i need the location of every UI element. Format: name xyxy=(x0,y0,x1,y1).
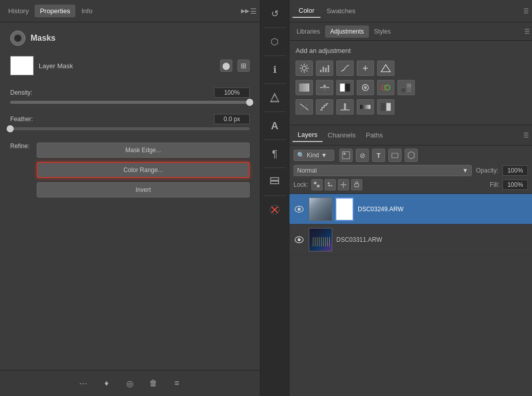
toolbar-arrange-btn[interactable] xyxy=(263,170,286,193)
toolbar-3d-btn[interactable]: ⬡ xyxy=(263,30,286,53)
tab-history[interactable]: History xyxy=(3,5,34,17)
toolbar-text-btn[interactable]: A xyxy=(263,114,286,137)
channel-mixer-icon[interactable] xyxy=(377,80,394,95)
blend-mode-arrow: ▼ xyxy=(462,167,468,174)
opacity-label: Opacity: xyxy=(476,167,498,174)
blend-mode-select[interactable]: Normal ▼ xyxy=(294,165,472,176)
panel-bottom-icons: ⋯ ♦ ◎ 🗑 ≡ xyxy=(0,370,260,396)
curves-icon[interactable] xyxy=(336,61,354,76)
density-slider-thumb[interactable] xyxy=(246,99,253,106)
svg-rect-49 xyxy=(392,153,398,158)
invert-adj-icon[interactable] xyxy=(296,99,313,115)
panel-menu-icon[interactable]: ☰ xyxy=(250,7,257,15)
table-row[interactable]: DSC03249.ARW xyxy=(289,194,532,224)
svg-rect-39 xyxy=(401,88,406,92)
svg-rect-53 xyxy=(317,182,320,184)
lock-transparent-icon[interactable] xyxy=(311,179,323,190)
selective-color-icon[interactable] xyxy=(377,99,394,115)
panel-forward-arrows[interactable]: ▶▶ xyxy=(241,8,249,14)
opacity-value[interactable]: 100% xyxy=(502,165,528,176)
lock-image-icon[interactable] xyxy=(325,179,336,190)
kind-select[interactable]: 🔍 Kind ▼ xyxy=(294,150,334,161)
layer-thumbnail-2 xyxy=(309,228,332,251)
density-slider-track[interactable] xyxy=(10,101,250,104)
svg-point-54 xyxy=(328,182,330,184)
eye-icon[interactable]: ◎ xyxy=(123,377,137,390)
vibrance-icon[interactable] xyxy=(377,61,394,76)
right-panel-menu-icon[interactable]: ☰ xyxy=(523,8,529,15)
feather-label: Feather: xyxy=(10,116,33,123)
kind-label: Kind xyxy=(307,152,319,159)
density-value[interactable]: 100% xyxy=(214,88,250,98)
black-white-icon[interactable] xyxy=(336,80,354,95)
levels-icon[interactable] xyxy=(316,61,333,76)
color-range-button[interactable]: Color Range... xyxy=(37,162,250,178)
tab-properties[interactable]: Properties xyxy=(35,5,75,17)
layer-mask-icons: ⬤ ⊞ xyxy=(220,60,250,72)
tab-info[interactable]: Info xyxy=(76,5,98,17)
mask-edge-button[interactable]: Mask Edge... xyxy=(37,143,250,158)
toolbar-paragraph-btn[interactable]: ¶ xyxy=(263,142,286,165)
pixel-filter-icon[interactable] xyxy=(339,149,353,162)
exposure-icon[interactable] xyxy=(357,61,374,76)
layer-visibility-2[interactable] xyxy=(294,234,305,245)
toolbar-divider-7 xyxy=(263,195,286,196)
fill-value[interactable]: 100% xyxy=(502,180,528,190)
tab-libraries[interactable]: Libraries xyxy=(291,25,325,38)
layers-menu-icon[interactable]: ☰ xyxy=(523,132,529,139)
adjustments-menu-icon[interactable]: ☰ xyxy=(524,28,530,35)
adjustment-icons-row3 xyxy=(296,99,526,115)
toolbar-history-btn[interactable]: ↺ xyxy=(263,2,286,25)
hue-sat-icon[interactable] xyxy=(296,80,313,95)
mask-add-icon[interactable]: ⊞ xyxy=(237,60,250,72)
masks-header: Masks xyxy=(10,31,250,46)
selection-icon[interactable]: ⋯ xyxy=(76,377,90,390)
svg-line-12 xyxy=(301,65,302,66)
posterize-icon[interactable] xyxy=(316,99,333,115)
tab-channels[interactable]: Channels xyxy=(323,129,361,142)
lock-label: Lock: xyxy=(294,181,308,188)
properties-content: Masks Layer Mask ⬤ ⊞ Density: 100% xyxy=(0,22,260,370)
layers-channels-paths-tabs: Layers Channels Paths ☰ xyxy=(289,125,532,146)
lock-position-icon[interactable] xyxy=(338,179,349,190)
svg-line-15 xyxy=(301,71,302,72)
tab-styles[interactable]: Styles xyxy=(369,25,396,38)
feather-value[interactable]: 0.0 px xyxy=(214,114,250,124)
color-lookup-icon[interactable] xyxy=(397,80,415,95)
brightness-icon[interactable] xyxy=(296,61,313,76)
feather-slider-track[interactable] xyxy=(10,127,250,130)
shape-filter-icon[interactable] xyxy=(388,149,402,162)
layers-toolbar: 🔍 Kind ▼ ⊘ T xyxy=(289,146,532,194)
toolbar-shapes-btn[interactable] xyxy=(263,86,286,109)
invert-button[interactable]: Invert xyxy=(37,182,250,197)
toolbar-cross-btn[interactable] xyxy=(263,198,286,221)
pixel-mask-icon[interactable]: ♦ xyxy=(100,377,113,390)
layers-lock-row: Lock: xyxy=(294,179,528,190)
toolbar-divider-4 xyxy=(263,111,286,112)
layer-visibility-1[interactable] xyxy=(294,204,305,215)
tab-color[interactable]: Color xyxy=(292,4,321,18)
tab-adjustments[interactable]: Adjustments xyxy=(325,25,369,38)
tab-paths[interactable]: Paths xyxy=(361,129,388,142)
table-row[interactable]: DSC03311.ARW xyxy=(289,224,532,255)
lock-artboard-icon[interactable] xyxy=(351,179,362,190)
options-icon[interactable]: ≡ xyxy=(170,377,183,390)
trash-icon[interactable]: 🗑 xyxy=(147,377,160,390)
type-filter-icon[interactable]: T xyxy=(372,149,385,162)
smartobj-filter-icon[interactable] xyxy=(405,149,418,162)
mask-mode-icon[interactable]: ⬤ xyxy=(220,60,232,72)
feather-slider-row: Feather: 0.0 px xyxy=(10,114,250,130)
threshold-icon[interactable] xyxy=(336,99,354,115)
svg-rect-32 xyxy=(345,83,350,92)
color-balance-icon[interactable] xyxy=(316,80,333,95)
svg-marker-25 xyxy=(381,65,390,72)
right-panel: Color Swatches ☰ Libraries Adjustments S… xyxy=(289,0,532,396)
gradient-map-icon[interactable] xyxy=(357,99,374,115)
photo-filter-icon[interactable] xyxy=(357,80,374,95)
tab-swatches[interactable]: Swatches xyxy=(321,5,361,17)
tab-layers[interactable]: Layers xyxy=(292,128,323,142)
layers-list: DSC03249.ARW DSC03311.ARW xyxy=(289,194,532,396)
feather-slider-thumb[interactable] xyxy=(7,125,14,132)
toolbar-info-btn[interactable]: ℹ xyxy=(263,58,286,81)
adjustment-filter-icon[interactable]: ⊘ xyxy=(356,149,369,162)
